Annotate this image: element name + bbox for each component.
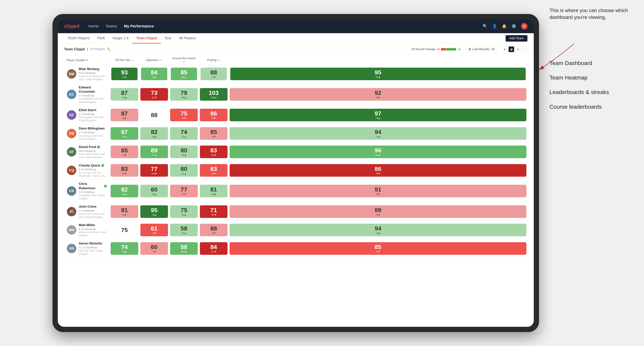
- sub-nav-tour[interactable]: Tour: [161, 33, 175, 43]
- export-button[interactable]: ↓: [522, 46, 528, 52]
- score-box: 75: [110, 224, 138, 235]
- score-value: 75: [180, 110, 187, 116]
- player-cell-8[interactable]: MM Matt Miller 6-10 Handicap Woburn Golf…: [64, 221, 110, 239]
- score-change: -11▼: [211, 213, 217, 216]
- grid-view-button[interactable]: ⊞: [502, 46, 508, 52]
- score-cell-player_quality: 85 -3▼: [110, 143, 139, 161]
- score-change: +1▲: [181, 135, 186, 138]
- sub-nav-team-clippd[interactable]: Team Clippd: [132, 33, 161, 43]
- last-rounds-value: 20: [492, 47, 495, 51]
- player-cell-5[interactable]: CQ Charlie Quick ✓ 6-10 Handicap St. Geo…: [64, 161, 110, 180]
- dashboard-options-list: Team Dashboard Team Heatmap Leaderboards…: [550, 56, 634, 114]
- player-avatar: AN: [67, 244, 76, 253]
- score-change: +4▲: [181, 232, 186, 234]
- score-box: 88 -2▼: [200, 224, 228, 236]
- add-team-button[interactable]: Add Team: [506, 35, 528, 42]
- player-club: Royal North Devon Golf Club, United King…: [79, 75, 107, 81]
- nav-link-home[interactable]: Home: [88, 24, 98, 28]
- player-cell-0[interactable]: BM Blair McHarg Plus Handicap Royal Nort…: [64, 65, 110, 83]
- score-box: 84 -21▼: [200, 242, 228, 255]
- player-details: Charlie Quick ✓ 6-10 Handicap St. George…: [79, 163, 107, 177]
- player-name: Matt Miller: [79, 223, 107, 227]
- edit-icon[interactable]: ✏️: [107, 47, 111, 51]
- score-box: 83 -10▼: [200, 146, 228, 158]
- sub-nav-pgat[interactable]: PGAT Players: [64, 33, 94, 43]
- score-cell-putting: 86 -8▼: [228, 161, 528, 180]
- table-row: BM Blair McHarg Plus Handicap Royal Nort…: [64, 65, 528, 83]
- score-cell-around_green: 71 -11▼: [199, 202, 228, 221]
- score-box: 80 +1▲: [170, 164, 198, 177]
- score-value: 75: [180, 207, 187, 213]
- score-box: 92 -3▼: [230, 88, 526, 101]
- nav-icons: 🔍 👤 🔔 ⚙️ U: [483, 23, 528, 29]
- score-cell-putting: 95 +9▲: [228, 65, 528, 83]
- score-cell-around_green: 84 -21▼: [199, 239, 228, 258]
- player-info: EE Elliot Ebert 1-5 Handicap Sunningdale…: [67, 107, 107, 124]
- nav-logo: clippd: [64, 23, 80, 29]
- player-cell-3[interactable]: DB Dave Billingham 1-5 Handicap Gog Mago…: [64, 124, 110, 143]
- search-icon[interactable]: 🔍: [483, 24, 487, 28]
- score-value: 73: [151, 90, 158, 96]
- score-change: -3▼: [376, 193, 380, 195]
- table-wrapper: Player Quality ▾ Off the Tee — Approach …: [58, 55, 534, 264]
- score-cell-off_tee: 88: [139, 106, 169, 124]
- bar-positive: [446, 48, 456, 50]
- score-value: 94: [375, 225, 381, 231]
- player-info: DB Dave Billingham 1-5 Handicap Gog Mago…: [67, 125, 107, 142]
- score-box: 60 -1▼: [140, 242, 168, 255]
- score-value: 81: [121, 207, 128, 213]
- score-box: 71 -11▼: [200, 205, 228, 218]
- last-rounds-button[interactable]: ⊞ Last Rounds: 20: [466, 46, 498, 52]
- score-cell-putting: 94 +1▲: [228, 124, 528, 143]
- score-box: 82 +3▲: [110, 185, 138, 197]
- nav-link-my-performance[interactable]: My Performance: [124, 24, 154, 28]
- settings-icon[interactable]: ⚙️: [512, 24, 516, 28]
- player-cell-9[interactable]: AN Aaron Nicholls 11-15 Handicap Drift G…: [64, 239, 110, 258]
- score-value: 86: [210, 110, 217, 116]
- player-handicap: Plus Handicap: [79, 71, 107, 75]
- score-box: 94 +3▲: [230, 224, 526, 236]
- player-cell-7[interactable]: JC Josh Coles 1-5 Handicap Royal North D…: [64, 202, 110, 221]
- player-cell-1[interactable]: EC Edward Crossman 1-5 Handicap Sunningd…: [64, 83, 110, 106]
- player-cell-4[interactable]: DF David Ford ✓ Plus Handicap Royal Nort…: [64, 143, 110, 161]
- score-cell-approach: 79 +9▲: [169, 83, 199, 106]
- round-change-label: 20 Round Change: [411, 47, 436, 51]
- score-change: +2▲: [152, 193, 157, 195]
- verified-icon: ✓: [97, 146, 100, 148]
- sub-nav-hcaps[interactable]: Hcaps 1-5: [109, 33, 132, 43]
- score-cell-around_green: 103 +15▲: [199, 83, 228, 106]
- score-cell-player_quality: 87 +4▲: [110, 124, 139, 143]
- score-change: +3▲: [122, 193, 127, 195]
- score-box: 95 +9▲: [230, 68, 526, 80]
- user-avatar[interactable]: U: [521, 23, 528, 29]
- score-change: -3▼: [122, 172, 127, 175]
- score-box: 94 +1▲: [230, 127, 526, 140]
- score-change: -2▼: [376, 213, 380, 216]
- profile-icon[interactable]: 👤: [492, 24, 497, 28]
- player-cell-2[interactable]: EE Elliot Ebert 1-5 Handicap Sunningdale…: [64, 106, 110, 124]
- score-value: 84: [151, 69, 158, 75]
- sub-nav-all-players[interactable]: All Players: [175, 33, 200, 43]
- last-rounds-label: Last Rounds:: [472, 47, 490, 51]
- table-header-row: Player Quality ▾ Off the Tee — Approach …: [64, 55, 528, 65]
- score-value: 87: [121, 90, 128, 96]
- team-header-row: Team Clippd | 14 Players ✏️ 20 Round Cha…: [58, 44, 534, 55]
- player-club: Craigmillar Park, United Kingdom: [79, 194, 107, 200]
- player-handicap: 1-5 Handicap: [79, 209, 107, 212]
- heatmap-view-button[interactable]: ▦: [508, 46, 514, 52]
- list-view-button[interactable]: ☰: [515, 46, 521, 52]
- bell-icon[interactable]: 🔔: [502, 24, 506, 28]
- score-change: +4▲: [211, 193, 216, 195]
- score-change: +3▲: [376, 232, 380, 234]
- score-box: 81 -3▼: [110, 205, 138, 218]
- player-cell-6[interactable]: CR Chris Robertson ✓ 1-5 Handicap Craigm…: [64, 180, 110, 202]
- player-info: CR Chris Robertson ✓ 1-5 Handicap Craigm…: [67, 180, 107, 201]
- nav-link-teams[interactable]: Teams: [106, 24, 117, 28]
- score-box: 83 -6▼: [200, 164, 228, 177]
- col-header-player: Player Quality ▾: [64, 55, 110, 65]
- score-cell-putting: 92 -3▼: [228, 83, 528, 106]
- score-value: 85: [121, 147, 128, 153]
- dashboard-option-4: Course leaderboards: [550, 100, 634, 114]
- score-value: 71: [210, 207, 217, 213]
- sub-nav-pga[interactable]: PGA: [94, 33, 109, 43]
